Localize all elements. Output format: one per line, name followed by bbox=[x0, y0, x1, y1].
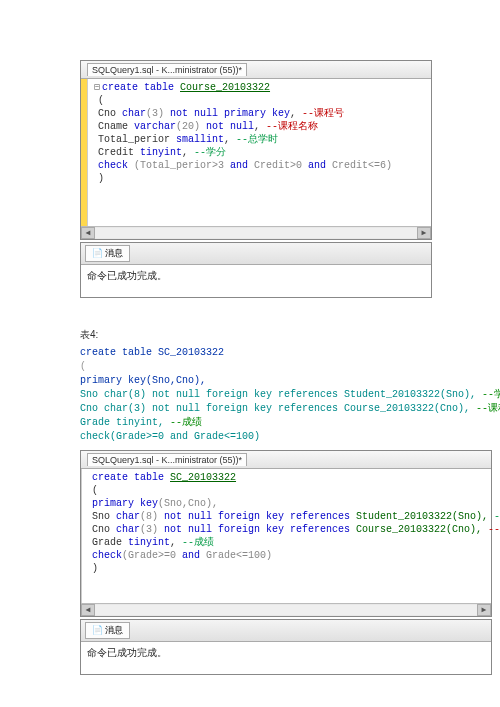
scroll-left-icon[interactable]: ◀ bbox=[81, 227, 95, 239]
sql-editor-window-1: SQLQuery1.sql - K...ministrator (55))* ⊟… bbox=[80, 60, 432, 240]
plain-sql-text: create table SC_20103322 ( primary key(S… bbox=[80, 346, 500, 444]
page-icon: 📄 bbox=[92, 248, 102, 258]
message-tab-label: 消息 bbox=[105, 625, 123, 635]
tab-label: SQLQuery1.sql - K...ministrator (55))* bbox=[92, 455, 242, 465]
editor-titlebar: SQLQuery1.sql - K...ministrator (55))* bbox=[81, 61, 431, 79]
sql-editor-window-2: SQLQuery1.sql - K...ministrator (55))* c… bbox=[80, 450, 492, 617]
scroll-track[interactable] bbox=[95, 228, 417, 238]
horizontal-scrollbar[interactable]: ◀ ▶ bbox=[81, 603, 491, 616]
code-content: ⊟create table Course_20103322 ( Cno char… bbox=[88, 79, 396, 226]
scroll-left-icon[interactable]: ◀ bbox=[81, 604, 95, 616]
message-tabbar: 📄 消息 bbox=[81, 243, 431, 265]
scroll-track[interactable] bbox=[95, 605, 477, 615]
message-body: 命令已成功完成。 bbox=[81, 265, 431, 297]
horizontal-scrollbar[interactable]: ◀ ▶ bbox=[81, 226, 431, 239]
tab-label: SQLQuery1.sql - K...ministrator (55))* bbox=[92, 65, 242, 75]
editor-gutter bbox=[81, 79, 88, 226]
message-tab-label: 消息 bbox=[105, 248, 123, 258]
message-tab[interactable]: 📄 消息 bbox=[85, 622, 130, 639]
scroll-right-icon[interactable]: ▶ bbox=[417, 227, 431, 239]
code-editor[interactable]: create table SC_20103322 ( primary key(S… bbox=[81, 469, 491, 603]
scroll-right-icon[interactable]: ▶ bbox=[477, 604, 491, 616]
editor-titlebar: SQLQuery1.sql - K...ministrator (55))* bbox=[81, 451, 491, 469]
editor-tab[interactable]: SQLQuery1.sql - K...ministrator (55))* bbox=[87, 63, 247, 76]
section-label: 表4: bbox=[80, 328, 500, 342]
code-editor[interactable]: ⊟create table Course_20103322 ( Cno char… bbox=[81, 79, 431, 226]
expand-icon[interactable]: ⊟ bbox=[92, 81, 102, 94]
message-window-2: 📄 消息 命令已成功完成。 bbox=[80, 619, 492, 675]
message-window-1: 📄 消息 命令已成功完成。 bbox=[80, 242, 432, 298]
message-body: 命令已成功完成。 bbox=[81, 642, 491, 674]
message-tab[interactable]: 📄 消息 bbox=[85, 245, 130, 262]
code-content: create table SC_20103322 ( primary key(S… bbox=[82, 469, 500, 603]
editor-tab[interactable]: SQLQuery1.sql - K...ministrator (55))* bbox=[87, 453, 247, 466]
page-icon: 📄 bbox=[92, 625, 102, 635]
message-tabbar: 📄 消息 bbox=[81, 620, 491, 642]
